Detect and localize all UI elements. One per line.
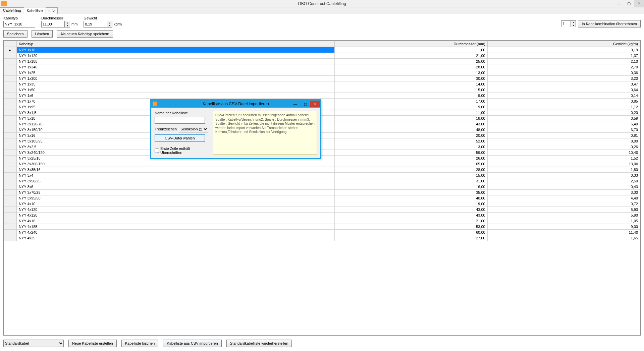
header-kabeltyp[interactable]: Kabeltyp [16, 41, 335, 47]
import-csv-button[interactable]: Kabelliste aus CSV importieren [163, 340, 221, 347]
cell-gewicht[interactable]: 1,05 [487, 218, 640, 224]
row-selector[interactable] [4, 161, 17, 167]
table-row[interactable]: NYY 4x1621,001,05 [4, 218, 640, 224]
cell-gewicht[interactable]: 0,47 [487, 81, 640, 87]
cell-gewicht[interactable]: 2,10 [487, 59, 640, 64]
cell-durchmesser[interactable]: 21,00 [335, 218, 487, 224]
cell-durchmesser[interactable]: 20,00 [335, 133, 487, 138]
cell-gewicht[interactable]: 1,37 [487, 53, 640, 59]
cell-kabeltyp[interactable]: NYY 1x35 [16, 81, 335, 87]
table-row[interactable]: NYY 3x25/1626,001,52 [4, 156, 640, 161]
cell-kabeltyp[interactable]: NYY 1x25 [16, 70, 335, 76]
dialog-minimize-button[interactable]: — [290, 101, 300, 107]
gewicht-input[interactable] [84, 21, 107, 27]
table-row[interactable]: NYY 1x9519,001,12 [4, 104, 640, 110]
table-row[interactable]: NYY 1x18525,002,10 [4, 59, 640, 64]
delete-button[interactable]: Löschen [32, 30, 53, 38]
cell-durchmesser[interactable]: 15,00 [335, 173, 487, 178]
cell-kabeltyp[interactable]: NYY 3x95/50 [16, 195, 335, 201]
row-selector[interactable] [4, 178, 17, 184]
table-row[interactable]: NYY 4x24060,0011,40 [4, 230, 640, 235]
cell-durchmesser[interactable]: 31,00 [335, 178, 487, 184]
row-selector[interactable] [4, 116, 17, 121]
cell-gewicht[interactable]: 6,70 [487, 127, 640, 133]
cell-kabeltyp[interactable]: NYY 4x120 [16, 207, 335, 213]
cell-kabeltyp[interactable]: NYY 1x240 [16, 64, 335, 70]
row-selector[interactable] [4, 99, 17, 104]
cell-durchmesser[interactable]: 13,00 [335, 144, 487, 150]
table-row[interactable]: NYY 3x1,511,000,20 [4, 110, 640, 116]
cablelist-selector[interactable]: Standardkabel [3, 340, 64, 347]
row-selector[interactable]: ▸ [4, 47, 17, 53]
qty-up-icon[interactable]: ▲ [571, 21, 576, 24]
cell-durchmesser[interactable]: 16,00 [335, 184, 487, 190]
cell-kabeltyp[interactable]: NYY 3x70/25 [16, 190, 335, 195]
cell-gewicht[interactable]: 0,59 [487, 116, 640, 121]
row-selector[interactable] [4, 127, 17, 133]
table-row[interactable]: NYY 1x3514,000,47 [4, 81, 640, 87]
kabeltyp-input[interactable] [3, 21, 35, 27]
table-row[interactable]: NYY 3x2,513,000,26 [4, 144, 640, 150]
cell-durchmesser[interactable]: 30,00 [335, 76, 487, 81]
cell-gewicht[interactable]: 3,20 [487, 76, 640, 81]
qty-down-icon[interactable]: ▼ [571, 24, 576, 27]
cell-durchmesser[interactable]: 43,00 [335, 207, 487, 213]
row-selector[interactable] [4, 59, 17, 64]
row-selector[interactable] [4, 201, 17, 207]
row-selector[interactable] [4, 190, 17, 195]
cell-gewicht[interactable]: 0,26 [487, 144, 640, 150]
add-to-combination-button[interactable]: In Kabelkombination übernehmen [578, 20, 641, 27]
row-selector[interactable] [4, 184, 17, 190]
cell-kabeltyp[interactable]: NYY 4x16 [16, 218, 335, 224]
cell-gewicht[interactable]: 5,40 [487, 121, 640, 127]
cell-gewicht[interactable]: 0,20 [487, 110, 640, 116]
cell-durchmesser[interactable]: 48,00 [335, 127, 487, 133]
cell-gewicht[interactable]: 5,90 [487, 207, 640, 213]
qty-input[interactable] [561, 20, 571, 27]
restore-default-button[interactable]: Standardkabelliste wiederherstellen [226, 340, 292, 347]
cell-kabeltyp[interactable]: NYY 4x185 [16, 224, 335, 230]
minimize-button[interactable]: — [614, 0, 624, 7]
table-row[interactable]: ▸NYY 1x1011,000,19 [4, 47, 640, 53]
table-row[interactable]: NYY 4x12043,005,90 [4, 207, 640, 213]
grid-body[interactable]: ▸NYY 1x1011,000,19NYY 1x12021,001,37NYY … [4, 47, 640, 335]
cell-gewicht[interactable]: 0,19 [487, 47, 640, 53]
dialog-separator-select[interactable]: Semikolon (;) [179, 126, 208, 132]
row-selector[interactable] [4, 207, 17, 213]
cell-gewicht[interactable]: 0,36 [487, 70, 640, 76]
tab-kabelliste[interactable]: Kabelliste [24, 8, 46, 14]
cell-gewicht[interactable]: 0,72 [487, 201, 640, 207]
table-row[interactable]: NYY 3x616,000,43 [4, 184, 640, 190]
row-selector[interactable] [4, 144, 17, 150]
cell-kabeltyp[interactable]: NYY 3x4 [16, 173, 335, 178]
cell-gewicht[interactable]: 2,70 [487, 64, 640, 70]
cell-gewicht[interactable]: 9,00 [487, 224, 640, 230]
row-selector[interactable] [4, 53, 17, 59]
cell-gewicht[interactable]: 0,43 [487, 184, 640, 190]
table-row[interactable]: NYY 4x12043,005,90 [4, 213, 640, 218]
cell-gewicht[interactable]: 0,64 [487, 87, 640, 93]
cell-durchmesser[interactable]: 26,00 [335, 156, 487, 161]
cell-durchmesser[interactable]: 60,00 [335, 230, 487, 235]
table-row[interactable]: NYY 1x2513,000,36 [4, 70, 640, 76]
cell-durchmesser[interactable]: 53,00 [335, 224, 487, 230]
cell-durchmesser[interactable]: 28,00 [335, 64, 487, 70]
cell-kabeltyp[interactable]: NYY 3x35/16 [16, 167, 335, 173]
cell-durchmesser[interactable]: 52,00 [335, 138, 487, 144]
cell-durchmesser[interactable]: 13,00 [335, 70, 487, 76]
cell-gewicht[interactable]: 1,12 [487, 104, 640, 110]
cell-kabeltyp[interactable]: NYY 4x10 [16, 201, 335, 207]
cell-gewicht[interactable]: 4,40 [487, 195, 640, 201]
cell-durchmesser[interactable]: 35,00 [335, 190, 487, 195]
cell-kabeltyp[interactable]: NYY 1x6 [16, 93, 335, 99]
cell-gewicht[interactable]: 8,00 [487, 138, 640, 144]
cell-durchmesser[interactable]: 40,00 [335, 195, 487, 201]
table-row[interactable]: NYY 3x185/9552,008,00 [4, 138, 640, 144]
gewicht-up-icon[interactable]: ▲ [107, 21, 112, 24]
cell-durchmesser[interactable]: 19,00 [335, 201, 487, 207]
table-row[interactable]: NYY 4x2527,001,65 [4, 235, 640, 241]
dialog-maximize-button[interactable]: ▢ [300, 101, 310, 107]
table-row[interactable]: NYY 1x30030,003,20 [4, 76, 640, 81]
table-row[interactable]: NYY 1x12021,001,37 [4, 53, 640, 59]
cell-gewicht[interactable]: 0,14 [487, 93, 640, 99]
